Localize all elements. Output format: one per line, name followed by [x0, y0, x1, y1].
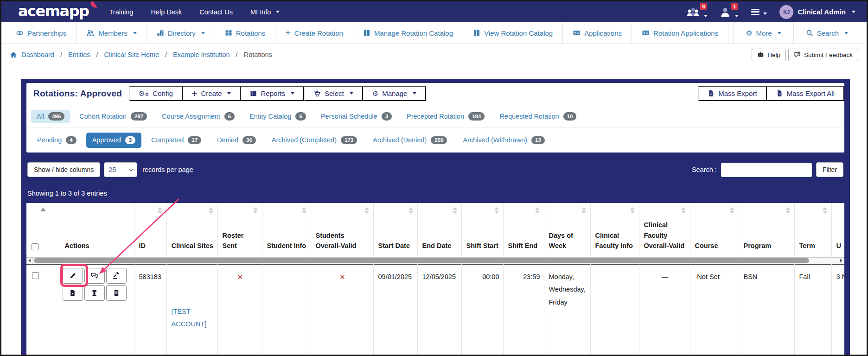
nav-mi-info[interactable]: MI Info: [250, 8, 280, 16]
chevron-down-icon: [133, 32, 137, 34]
select-button[interactable]: Select: [304, 86, 363, 101]
submit-feedback-label: Submit Feedback: [804, 51, 853, 58]
clinical-site-link[interactable]: [TEST ACCOUNT]: [172, 308, 207, 328]
acemapp-logo[interactable]: acemapp: [18, 4, 89, 19]
tab-requested-rotation[interactable]: Requested Rotation 10: [494, 110, 582, 123]
nav-view-rotation-catalog[interactable]: View Rotation Catalog: [463, 22, 563, 44]
column-header-term[interactable]: Term: [794, 203, 831, 257]
nav-rotations[interactable]: Rotations: [215, 22, 275, 44]
tab-label: Entity Catalog: [249, 113, 291, 120]
column-header-roster-sent[interactable]: Roster Sent: [217, 203, 262, 257]
nav-search[interactable]: Search: [793, 22, 861, 44]
column-header-students-overall-valid[interactable]: Students Overall-Valid: [311, 203, 373, 257]
approval-gavel-button[interactable]: [106, 268, 127, 284]
tab-archived-withdrawn[interactable]: Archived (Withdrawn) 13: [457, 133, 550, 148]
column-label: Course: [695, 241, 721, 251]
column-header-program[interactable]: Program: [739, 203, 794, 257]
nav-item-label: Create Rotation: [294, 29, 343, 37]
column-header-clinical-sites[interactable]: Clinical Sites: [166, 203, 217, 257]
plus-icon: +: [285, 28, 291, 38]
tab-denied[interactable]: Denied 36: [211, 133, 262, 148]
tab-count-badge: 3: [125, 136, 135, 145]
tab-cohort-rotation[interactable]: Cohort Rotation 287: [74, 110, 153, 123]
table-search-controls: Search : Filter: [692, 162, 843, 177]
hamburger-menu[interactable]: [751, 9, 767, 15]
sort-icons: [158, 207, 162, 214]
chevron-down-icon: [852, 11, 855, 13]
comments-button[interactable]: [84, 268, 105, 284]
breadcrumb-entities[interactable]: Entities: [68, 51, 90, 58]
nav-help-desk[interactable]: Help Desk: [151, 8, 182, 16]
tab-completed[interactable]: Completed 17: [145, 133, 207, 148]
breadcrumb-example-institution[interactable]: Example Institution: [173, 51, 230, 58]
select-all-column-header[interactable]: [26, 203, 60, 257]
clipboard-icon: [113, 289, 120, 297]
nav-partnerships[interactable]: Partnerships: [6, 22, 77, 44]
scrollbar-thumb[interactable]: [34, 258, 809, 263]
nav-directory[interactable]: Directory: [147, 22, 215, 44]
tab-entity-catalog[interactable]: Entity Catalog 6: [244, 110, 312, 123]
submit-feedback-button[interactable]: Submit Feedback: [788, 49, 858, 61]
nav-rotation-applications[interactable]: Rotation Applications: [632, 22, 728, 44]
search-input[interactable]: [721, 163, 812, 177]
nav-contact-us[interactable]: Contact Us: [199, 8, 233, 16]
student-roster-button[interactable]: [84, 285, 105, 301]
column-header-shift-end[interactable]: Shift End: [503, 203, 544, 257]
tab-course-assignment[interactable]: Course Assignment 6: [156, 110, 240, 123]
card-icon: [573, 29, 581, 37]
tab-approved[interactable]: Approved 3: [86, 133, 141, 148]
column-header-clinical-faculty-overall-valid[interactable]: Clinical Faculty Overall-Valid: [639, 203, 690, 257]
tab-pending[interactable]: Pending 4: [31, 133, 83, 148]
mass-export-all-button[interactable]: Mass Export All: [767, 86, 844, 101]
scroll-right-arrow[interactable]: [838, 258, 844, 264]
user-account-menu[interactable]: KJ Clinical Admin: [779, 5, 855, 19]
nav-item-label: Rotations: [236, 29, 265, 37]
nav-create-rotation[interactable]: + Create Rotation: [275, 22, 353, 44]
manage-button[interactable]: ⚙ Manage: [363, 86, 427, 101]
show-hide-columns-button[interactable]: Show / hide columns: [27, 162, 100, 177]
scroll-left-arrow[interactable]: [26, 258, 33, 264]
column-header-course[interactable]: Course: [690, 203, 739, 257]
tab-label: Approved: [92, 136, 121, 144]
tab-archived-completed[interactable]: Archived (Completed) 173: [266, 133, 363, 148]
column-header-end-date[interactable]: End Date: [417, 203, 461, 257]
nav-manage-rotation-catalog[interactable]: Manage Rotation Catalog: [353, 22, 463, 44]
nav-more[interactable]: ⚙ More: [733, 22, 793, 44]
reports-button[interactable]: Reports: [241, 86, 304, 101]
create-button[interactable]: + Create: [183, 86, 241, 101]
breadcrumb-clinical-site-home[interactable]: Clinical Site Home: [104, 51, 159, 58]
tab-archived-denied[interactable]: Archived (Denied) 250: [367, 133, 453, 148]
nav-training[interactable]: Training: [109, 8, 134, 16]
tab-precepted-rotation[interactable]: Precepted Rotation 184: [401, 110, 490, 123]
chevron-down-icon: [201, 32, 205, 34]
horizontal-scrollbar[interactable]: [26, 257, 844, 264]
config-button[interactable]: ⚙⚙ Config: [129, 86, 183, 101]
tab-personal-schedule[interactable]: Personal Schedule 3: [315, 110, 397, 123]
breadcrumb-dashboard[interactable]: Dashboard: [10, 51, 54, 58]
row-id-cell: 583183: [134, 264, 166, 355]
row-checkbox[interactable]: [32, 272, 39, 279]
column-header-unit[interactable]: U: [831, 203, 844, 257]
rotation-details-button[interactable]: [106, 285, 127, 301]
tab-all[interactable]: All 496: [31, 110, 70, 123]
column-header-student-info[interactable]: Student Info: [262, 203, 311, 257]
column-header-id[interactable]: ID: [134, 203, 166, 257]
table-row: 583183 [TEST ACCOUNT] ✕ ✕ 09/01/2025 12/…: [26, 264, 844, 355]
filter-button[interactable]: Filter: [816, 162, 843, 177]
column-header-start-date[interactable]: Start Date: [373, 203, 417, 257]
nav-applications[interactable]: Applications: [563, 22, 632, 44]
mass-export-button[interactable]: Mass Export: [698, 86, 766, 101]
select-all-checkbox[interactable]: [32, 243, 38, 250]
column-header-clinical-faculty-info[interactable]: Clinical Faculty Info: [590, 203, 639, 257]
help-button[interactable]: Help: [752, 49, 786, 61]
column-header-shift-start[interactable]: Shift Start: [461, 203, 503, 257]
entity-nav-right: ⚙ More Search: [728, 22, 860, 44]
page-size-select[interactable]: 25: [104, 162, 137, 177]
edit-rotation-button[interactable]: [63, 268, 83, 284]
member-requests-menu[interactable]: 9: [686, 7, 708, 17]
export-file-button[interactable]: [63, 285, 83, 301]
column-header-days-of-week[interactable]: Days of Week: [544, 203, 590, 257]
empty-value-dash: —: [662, 273, 669, 280]
nav-members[interactable]: Members: [77, 22, 147, 44]
user-notifications-menu[interactable]: 1: [720, 7, 739, 17]
